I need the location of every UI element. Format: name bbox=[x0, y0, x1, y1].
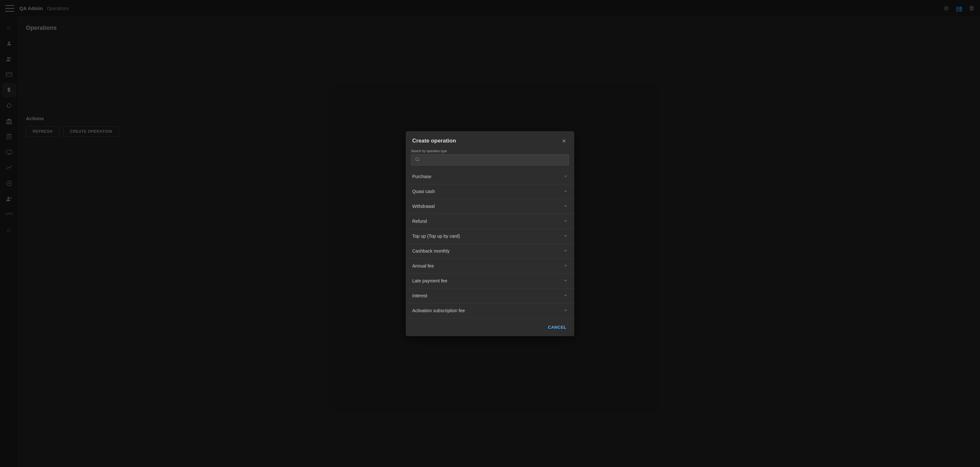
search-label: Search by operation type bbox=[411, 149, 569, 153]
chevron-down-icon bbox=[563, 278, 568, 284]
cancel-button[interactable]: CANCEL bbox=[547, 323, 568, 332]
operation-item-refund[interactable]: Refund bbox=[406, 214, 574, 229]
operation-item-activation-subscription-fee[interactable]: Activation subscription fee bbox=[406, 303, 574, 318]
operation-name: Annual fee bbox=[412, 263, 434, 268]
search-section: Search by operation type bbox=[406, 149, 574, 169]
operation-name: Cashback monthly bbox=[412, 248, 450, 254]
operation-item-quasi-cash[interactable]: Quasi cash bbox=[406, 184, 574, 199]
chevron-down-icon bbox=[563, 189, 568, 194]
operation-name: Withdrawal bbox=[412, 204, 434, 209]
chevron-down-icon bbox=[563, 263, 568, 269]
svg-point-23 bbox=[416, 157, 419, 160]
search-input[interactable] bbox=[422, 157, 565, 162]
operation-item-late-payment-fee[interactable]: Late payment fee bbox=[406, 274, 574, 289]
modal-title: Create operation bbox=[412, 138, 456, 144]
operation-name: Quasi cash bbox=[412, 189, 435, 194]
chevron-down-icon bbox=[563, 204, 568, 209]
operation-item-annual-fee[interactable]: Annual fee bbox=[406, 259, 574, 274]
search-icon bbox=[415, 157, 420, 163]
operation-item-cashback-monthly[interactable]: Cashback monthly bbox=[406, 244, 574, 259]
chevron-down-icon bbox=[563, 174, 568, 179]
operation-name: Activation subscription fee bbox=[412, 308, 465, 313]
modal-header: Create operation × bbox=[406, 131, 574, 149]
search-box bbox=[411, 154, 569, 165]
operation-name: Purchase bbox=[412, 174, 431, 179]
operation-item-purchase[interactable]: Purchase bbox=[406, 169, 574, 184]
operation-item-withdrawal[interactable]: Withdrawal bbox=[406, 199, 574, 214]
operation-list: Purchase Quasi cash Withdrawal Refund bbox=[406, 169, 574, 318]
chevron-down-icon bbox=[563, 248, 568, 254]
operation-name: Top up (Top up by card) bbox=[412, 234, 460, 239]
create-operation-modal: Create operation × Search by operation t… bbox=[406, 131, 574, 336]
chevron-down-icon bbox=[563, 293, 568, 299]
svg-line-24 bbox=[418, 160, 419, 161]
modal-footer: CANCEL bbox=[406, 318, 574, 336]
chevron-down-icon bbox=[563, 308, 568, 313]
operation-item-interest[interactable]: Interest bbox=[406, 289, 574, 303]
modal-close-button[interactable]: × bbox=[560, 137, 568, 145]
chevron-down-icon bbox=[563, 219, 568, 224]
modal-overlay: Create operation × Search by operation t… bbox=[0, 0, 980, 467]
operation-name: Late payment fee bbox=[412, 278, 447, 283]
operation-item-top-up[interactable]: Top up (Top up by card) bbox=[406, 229, 574, 244]
operation-name: Refund bbox=[412, 219, 427, 224]
operation-name: Interest bbox=[412, 293, 428, 298]
chevron-down-icon bbox=[563, 234, 568, 239]
